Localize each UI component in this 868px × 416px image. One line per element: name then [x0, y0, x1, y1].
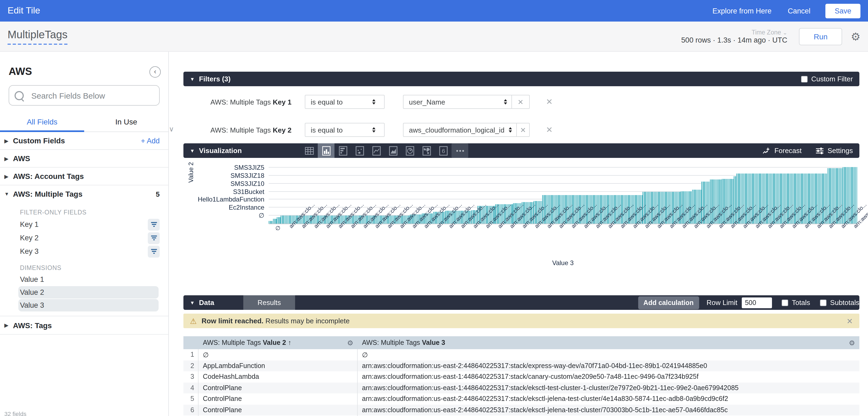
- subtotals-checkbox[interactable]: [820, 299, 827, 306]
- filter-value-select[interactable]: user_Name ✕: [403, 95, 530, 109]
- field-count-footer: 32 fields: [4, 411, 26, 416]
- cell-value2: ∅: [198, 349, 358, 360]
- clear-value-icon[interactable]: ✕: [516, 124, 529, 136]
- operator-value: is equal to: [311, 126, 343, 134]
- caret-right-icon[interactable]: ▶: [4, 322, 13, 328]
- column-header-value2[interactable]: AWS: Multiple Tags Value 2 ↑ ⚙: [198, 339, 358, 347]
- filter-operator-select[interactable]: is equal to: [305, 123, 385, 137]
- sidebar-item-tags[interactable]: ▶ AWS: Tags: [0, 316, 168, 335]
- bar-segment[interactable]: [277, 217, 281, 223]
- caret-right-icon[interactable]: ▶: [4, 138, 13, 144]
- field-key-2[interactable]: Key 2: [0, 231, 168, 245]
- search-icon: [14, 91, 24, 100]
- run-button[interactable]: Run: [799, 28, 842, 45]
- timezone-dropdown[interactable]: Time Zone ⌄: [751, 29, 787, 35]
- table-row[interactable]: 2AppLambdaFunctionarn:aws:cloudformation…: [183, 360, 859, 371]
- tab-in-use[interactable]: In Use: [84, 113, 168, 132]
- viz-type-single-value-icon[interactable]: 6: [435, 143, 452, 158]
- field-value-3[interactable]: Value 3: [18, 299, 159, 311]
- sidebar-item-label: AWS: [13, 154, 160, 163]
- cell-value2: ControlPlane: [198, 382, 358, 393]
- viz-type-scatter-icon[interactable]: [351, 143, 368, 158]
- table-row[interactable]: 6ControlPlanearn:aws:cloudformation:us-e…: [183, 405, 859, 415]
- sidebar-item-multiple-tags[interactable]: ▼ AWS: Multiple Tags 5: [0, 185, 168, 203]
- save-button[interactable]: Save: [826, 3, 861, 18]
- viz-type-bar-icon[interactable]: [335, 143, 351, 158]
- column-gear-icon[interactable]: ⚙: [849, 339, 855, 347]
- column-header-value3[interactable]: AWS: Multiple Tags Value 3 ⚙: [358, 339, 859, 347]
- row-number: 2: [183, 360, 198, 371]
- custom-filter-checkbox[interactable]: [801, 76, 807, 82]
- add-custom-field-button[interactable]: + Add: [141, 137, 160, 145]
- sidebar-item-label: Custom Fields: [13, 136, 141, 145]
- query-title[interactable]: MultipleTags: [7, 28, 67, 45]
- visualization-header-bar[interactable]: ▼ Visualization: [183, 143, 859, 158]
- field-label: Key 3: [20, 247, 148, 255]
- filters-header-bar[interactable]: ▼ Filters (3) Custom Filter: [183, 72, 859, 86]
- remove-filter-icon[interactable]: ✕: [546, 97, 553, 107]
- bar-segment[interactable]: [269, 221, 273, 223]
- chevron-down-icon[interactable]: ∨: [169, 125, 174, 133]
- field-value-2[interactable]: Value 2: [18, 286, 159, 299]
- sidebar-item-aws[interactable]: ▶ AWS: [0, 150, 168, 168]
- forecast-button[interactable]: Forecast: [763, 146, 802, 154]
- viz-type-column-icon[interactable]: [318, 143, 335, 158]
- row-limit-input[interactable]: [742, 297, 772, 308]
- forecast-label: Forecast: [774, 146, 802, 154]
- filter-value-select[interactable]: aws_cloudformation_logical_id ✕: [403, 123, 530, 137]
- viz-type-table-icon[interactable]: [301, 143, 318, 158]
- field-search[interactable]: [9, 85, 160, 106]
- viz-type-map-icon[interactable]: [418, 143, 435, 158]
- table-row[interactable]: 3CodeHashLambdaarn:aws:cloudformation:us…: [183, 371, 859, 382]
- column-gear-icon[interactable]: ⚙: [347, 339, 353, 347]
- filter-value: user_Name: [404, 98, 500, 106]
- collapse-sidebar-icon[interactable]: ‹: [149, 66, 161, 77]
- tab-results[interactable]: Results: [243, 295, 295, 310]
- cell-value2: CodeHashLambda: [198, 371, 358, 382]
- visualization-title: Visualization: [199, 146, 242, 154]
- edit-tile-page: Edit Tile Explore from Here Cancel Save …: [0, 0, 868, 416]
- remove-filter-icon[interactable]: ✕: [546, 125, 553, 135]
- viz-type-more-icon[interactable]: [452, 143, 468, 158]
- table-row[interactable]: 1∅∅: [183, 349, 859, 360]
- filters-title: Filters (3): [199, 75, 230, 83]
- gear-icon[interactable]: ⚙: [851, 30, 861, 43]
- tab-all-fields[interactable]: All Fields: [0, 113, 84, 132]
- field-picker-sidebar: AWS ‹ All Fields In Use ▶ Custom Fields …: [0, 52, 169, 416]
- caret-right-icon[interactable]: ▶: [4, 173, 13, 179]
- filter-icon[interactable]: [148, 232, 160, 244]
- data-header-bar[interactable]: ▼ Data Results Add calculation Row Limit…: [183, 295, 859, 310]
- filter-operator-select[interactable]: is equal to: [305, 95, 385, 109]
- filter-icon[interactable]: [148, 245, 160, 257]
- close-icon[interactable]: ✕: [847, 317, 853, 325]
- totals-checkbox[interactable]: [782, 299, 788, 306]
- y-axis-label: Hello1LambdaFunction: [198, 196, 264, 203]
- cancel-button[interactable]: Cancel: [787, 7, 810, 15]
- filter-icon[interactable]: [148, 218, 160, 230]
- viz-type-line-icon[interactable]: [368, 143, 385, 158]
- add-calculation-button[interactable]: Add calculation: [638, 296, 699, 309]
- search-input[interactable]: [30, 90, 154, 101]
- bar-segment[interactable]: [273, 219, 277, 223]
- sidebar-item-custom-fields[interactable]: ▶ Custom Fields + Add: [0, 132, 168, 150]
- sidebar-tabs: All Fields In Use: [0, 113, 168, 132]
- viz-type-pie-icon[interactable]: [401, 143, 418, 158]
- filter-field-label: AWS: Multiple Tags Key 2: [210, 126, 302, 134]
- table-row[interactable]: 5ControlPlanearn:aws:cloudformation:us-e…: [183, 393, 859, 405]
- row-number: 5: [183, 393, 198, 405]
- x-axis-title: Value 3: [269, 259, 857, 267]
- cell-value3: arn:aws:cloudformation:us-east-2:4486402…: [358, 395, 859, 403]
- field-value-1[interactable]: Value 1: [18, 273, 159, 286]
- sidebar-item-label: AWS: Account Tags: [13, 172, 160, 180]
- explore-from-here-link[interactable]: Explore from Here: [712, 7, 771, 15]
- y-axis-label: SMS3JIZ5: [234, 164, 264, 171]
- sidebar-item-account-tags[interactable]: ▶ AWS: Account Tags: [0, 168, 168, 185]
- clear-value-icon[interactable]: ✕: [512, 95, 529, 108]
- field-key-3[interactable]: Key 3: [0, 245, 168, 258]
- table-row[interactable]: 4ControlPlanearn:aws:cloudformation:us-e…: [183, 382, 859, 393]
- field-key-1[interactable]: Key 1: [0, 218, 168, 231]
- caret-right-icon[interactable]: ▶: [4, 155, 13, 162]
- viz-settings-button[interactable]: Settings: [816, 146, 853, 154]
- viz-type-area-icon[interactable]: [385, 143, 401, 158]
- caret-down-icon[interactable]: ▼: [4, 191, 13, 197]
